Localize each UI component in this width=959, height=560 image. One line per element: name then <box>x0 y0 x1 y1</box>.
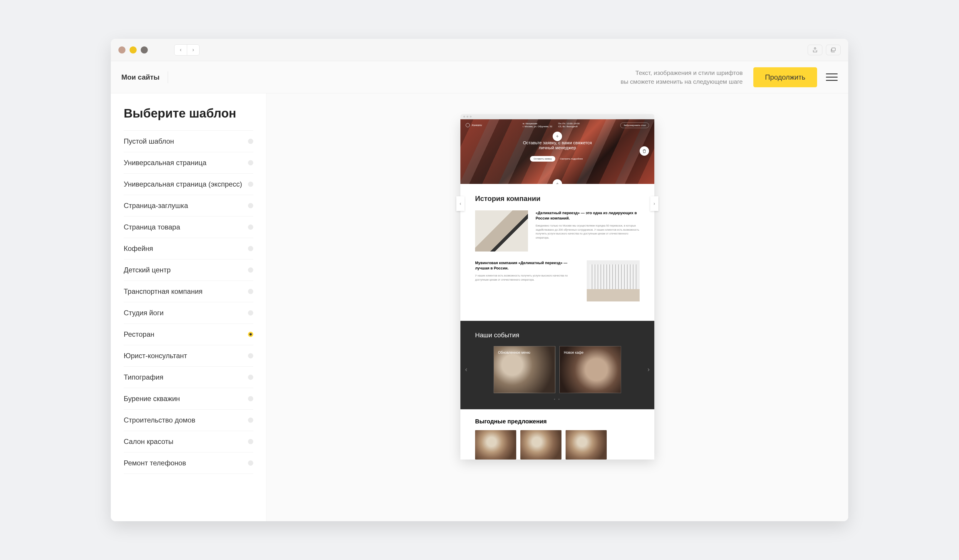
radio-icon[interactable] <box>248 460 253 466</box>
sidebar: Выберите шаблон Пустой шаблонУниверсальн… <box>111 94 266 521</box>
titlebar: ‹ › <box>111 39 848 61</box>
story-image-1 <box>475 210 528 251</box>
template-label: Студия йоги <box>124 309 164 317</box>
hero-section: + + Хинкали м. Калужскаяг. Москва, ул. О <box>460 119 654 184</box>
radio-icon[interactable] <box>248 203 253 208</box>
offer-image <box>520 430 561 460</box>
hero-title: Оставьте заявку, с вами свяжется личный … <box>460 140 654 150</box>
share-icon[interactable] <box>808 45 822 55</box>
story-section: История компании «Деликатный переезд» — … <box>460 184 654 321</box>
template-item[interactable]: Детский центр <box>124 259 253 281</box>
template-item[interactable]: Страница товара <box>124 216 253 238</box>
template-label: Юрист-консультант <box>124 352 187 360</box>
cta-secondary[interactable]: Смотреть подробнее <box>558 156 585 162</box>
reserve-button[interactable]: Забронировать стол <box>620 123 649 128</box>
traffic-lights <box>118 46 148 54</box>
radio-icon[interactable] <box>248 181 253 187</box>
radio-icon[interactable] <box>248 246 253 251</box>
template-label: Кофейня <box>124 245 153 253</box>
radio-icon[interactable] <box>248 160 253 165</box>
preview-tabs <box>460 114 654 119</box>
events-title: Наши события <box>475 331 640 339</box>
template-label: Бурение скважин <box>124 395 180 403</box>
app-body: Выберите шаблон Пустой шаблонУниверсальн… <box>111 94 848 521</box>
radio-icon[interactable] <box>248 332 253 337</box>
preview-next[interactable]: › <box>650 196 658 211</box>
template-item[interactable]: Студия йоги <box>124 302 253 324</box>
radio-icon[interactable] <box>248 267 253 273</box>
template-item[interactable]: Строительство домов <box>124 410 253 431</box>
radio-icon[interactable] <box>248 310 253 315</box>
template-label: Пустой шаблон <box>124 137 174 145</box>
radio-icon[interactable] <box>248 224 253 230</box>
events-section: Наши события ‹ Обновленное меню Новое ка… <box>460 321 654 409</box>
radio-icon[interactable] <box>248 139 253 144</box>
site-logo: Хинкали <box>466 123 482 127</box>
template-item[interactable]: Бурение скважин <box>124 388 253 410</box>
template-label: Страница-заглушка <box>124 202 188 210</box>
template-label: Ремонт телефонов <box>124 459 186 467</box>
template-item[interactable]: Кофейня <box>124 238 253 259</box>
event-card[interactable]: Новое кафе <box>559 346 621 393</box>
story-desc-2: У наших клиентов есть возможность получи… <box>475 274 579 282</box>
offers-title: Выгодные предложения <box>475 418 640 425</box>
template-label: Страница товара <box>124 223 180 231</box>
nav-forward[interactable]: › <box>187 45 199 55</box>
story-desc-1: Ежедневно только по Москве мы осуществля… <box>535 224 640 240</box>
sidebar-title: Выберите шаблон <box>124 107 253 121</box>
story-heading-1: «Деликатный переезд» — это одна из лидир… <box>535 210 640 221</box>
carousel-dots[interactable]: ● ● <box>475 398 640 401</box>
event-card[interactable]: Обновленное меню <box>494 346 555 393</box>
template-item[interactable]: Ремонт телефонов <box>124 452 253 474</box>
template-label: Универсальная страница (экспресс) <box>124 180 242 188</box>
offers-section: Выгодные предложения <box>460 409 654 460</box>
radio-icon[interactable] <box>248 439 253 444</box>
events-next-icon[interactable]: › <box>648 366 650 374</box>
radio-icon[interactable] <box>248 375 253 380</box>
nav-back[interactable]: ‹ <box>175 45 187 55</box>
menu-icon[interactable] <box>826 72 838 83</box>
add-block-icon[interactable]: + <box>553 132 562 141</box>
window-minimize[interactable] <box>129 46 137 54</box>
cta-primary[interactable]: Оставить заявку <box>530 156 555 162</box>
template-item[interactable]: Страница-заглушка <box>124 195 253 216</box>
window-maximize[interactable] <box>141 46 148 54</box>
template-item[interactable]: Универсальная страница (экспресс) <box>124 173 253 195</box>
story-heading-2: Мувинговая компания «Деликатный переезд»… <box>475 260 579 271</box>
browser-window: ‹ › Мои сайты Текст, изображения и стили… <box>111 39 848 521</box>
template-label: Ресторан <box>124 330 154 339</box>
preview-area: ‹ › + + Хинкали <box>266 94 848 521</box>
offer-image <box>475 430 516 460</box>
window-close[interactable] <box>118 46 126 54</box>
template-label: Транспортная компания <box>124 287 202 296</box>
tabs-icon[interactable] <box>826 45 841 55</box>
template-item[interactable]: Пустой шаблон <box>124 130 253 152</box>
template-item[interactable]: Ресторан <box>124 324 253 345</box>
template-label: Салон красоты <box>124 438 174 446</box>
my-sites-link[interactable]: Мои сайты <box>121 72 168 83</box>
delete-icon[interactable] <box>640 146 649 156</box>
add-block-bottom-icon[interactable]: + <box>553 179 562 184</box>
radio-icon[interactable] <box>248 353 253 358</box>
events-prev-icon[interactable]: ‹ <box>465 366 467 374</box>
template-item[interactable]: Салон красоты <box>124 431 253 452</box>
template-label: Детский центр <box>124 266 171 274</box>
story-image-2 <box>587 260 640 301</box>
preview-prev[interactable]: ‹ <box>456 196 465 211</box>
preview-frame: ‹ › + + Хинкали <box>460 114 654 521</box>
radio-icon[interactable] <box>248 417 253 423</box>
template-item[interactable]: Транспортная компания <box>124 281 253 302</box>
header-hint: Текст, изображения и стили шрифтов вы см… <box>621 68 743 86</box>
template-list: Пустой шаблонУниверсальная страницаУниве… <box>124 130 253 474</box>
nav-arrows: ‹ › <box>174 45 199 56</box>
template-label: Строительство домов <box>124 416 195 424</box>
template-item[interactable]: Типография <box>124 367 253 388</box>
continue-button[interactable]: Продолжить <box>754 67 817 87</box>
svg-rect-0 <box>832 48 835 51</box>
template-label: Универсальная страница <box>124 159 207 167</box>
radio-icon[interactable] <box>248 396 253 401</box>
story-title: История компании <box>475 194 640 203</box>
template-item[interactable]: Юрист-консультант <box>124 345 253 367</box>
radio-icon[interactable] <box>248 289 253 294</box>
template-item[interactable]: Универсальная страница <box>124 152 253 173</box>
